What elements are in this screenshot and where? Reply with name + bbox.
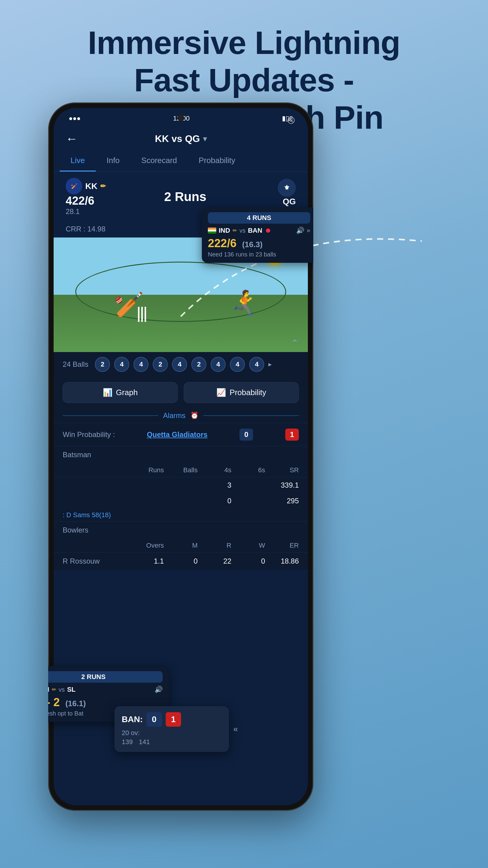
col-r: R: [198, 541, 231, 550]
balls-label: 24 Balls: [63, 360, 88, 369]
graph-button[interactable]: 📊 Graph: [63, 382, 178, 403]
phone-device: ⎋ ●●● 12:00 ▮▯▯ ← KK vs QG ▾ Live Info: [48, 102, 313, 811]
ball-9: 4: [249, 357, 264, 372]
team-left: 🏏 KK ✏ 422/6 28.1: [66, 178, 106, 216]
team-qg-logo: ⚜: [278, 179, 296, 197]
bowlers-header: Bowlers: [54, 521, 308, 538]
match-title: KK vs QG: [155, 133, 200, 144]
bowler1-er: 18.86: [265, 557, 299, 565]
win-prob-score-1: 1: [285, 429, 299, 441]
india-flag: [208, 227, 216, 234]
ban-score-1: 1: [166, 712, 181, 727]
col-batsman-name: [63, 466, 130, 474]
probability-icon: 📈: [216, 388, 226, 397]
ball-7: 4: [210, 357, 226, 372]
tab-probability[interactable]: Probability: [188, 150, 246, 172]
bowler1-m: 0: [164, 557, 198, 565]
action-buttons: 📊 Graph 📈 Probability: [54, 377, 308, 408]
graph-icon: 📊: [103, 388, 112, 397]
ball-6: 2: [191, 357, 206, 372]
bowler1-r: 22: [198, 557, 231, 565]
bowler1-overs: 1.1: [130, 557, 164, 565]
ban-flag: [265, 227, 273, 234]
alarms-text: Alarms: [163, 411, 186, 420]
col-6s: 6s: [231, 466, 265, 474]
ban-label: BAN:: [122, 715, 143, 724]
speaker-icon-2[interactable]: 🔊: [155, 686, 163, 693]
popup-overs: (16.3): [242, 240, 263, 249]
col-bowler-name: [63, 541, 130, 550]
batsman-section-header: Batsman: [54, 446, 308, 463]
col-runs: Runs: [130, 466, 164, 474]
bowler-figure: 🏃: [230, 289, 260, 317]
ban-overs: 20 ov:: [122, 729, 222, 737]
alarms-line-right: [203, 415, 299, 416]
headline-line2: Fast Updates -: [36, 61, 452, 99]
ball-5: 4: [172, 357, 187, 372]
team-kk-overs: 28.1: [66, 207, 80, 216]
ban-score-overlay: BAN: 0 1 20 ov: 139 141 «: [115, 706, 229, 752]
ball-2: 4: [114, 357, 129, 372]
popup-2runs-badge: 2 RUNS: [48, 671, 163, 683]
win-prob-row: Win Probability : Quetta Gladiators 0 1: [54, 423, 308, 446]
alarms-bar: Alarms ⏰: [54, 408, 308, 423]
batsman-table-header: Runs Balls 4s 6s SR: [54, 463, 308, 477]
back-button[interactable]: ←: [66, 132, 78, 146]
runs-display: 2 Runs: [164, 190, 206, 204]
popup2-edit-icon: ✏: [52, 686, 56, 693]
batsman-row-1: 3 339.1: [54, 477, 308, 493]
ball-8: 4: [230, 357, 245, 372]
tab-live[interactable]: Live: [60, 150, 96, 172]
popup-team2: BAN: [248, 227, 262, 235]
team-kk-logo: 🏏: [66, 178, 82, 194]
dropdown-icon[interactable]: ▾: [203, 135, 207, 143]
alarm-clock-icon: ⏰: [190, 412, 198, 420]
chevron-up-icon[interactable]: ⌃: [291, 338, 299, 349]
match-header: ← KK vs QG ▾: [54, 129, 308, 150]
wickets-stumps: [138, 307, 146, 322]
tab-info[interactable]: Info: [96, 150, 130, 172]
col-m: M: [164, 541, 198, 550]
col-balls: Balls: [164, 466, 198, 474]
ban-score-0: 0: [147, 712, 162, 727]
tab-scorecard[interactable]: Scorecard: [130, 150, 188, 172]
camera-notch: [177, 115, 184, 121]
bat2-sr: 295: [265, 497, 299, 505]
ball-3: 4: [133, 357, 149, 372]
edit-icon: ✏: [100, 182, 106, 190]
bowlers-table-header: Overs M R W ER: [54, 538, 308, 553]
chevrons-left-icon[interactable]: «: [233, 724, 238, 734]
ban-score-141: 141: [139, 738, 150, 746]
balls-row: 24 Balls 2 4 4 2 4 2 4 4 4 ▸: [54, 352, 308, 377]
popup-vs: vs: [239, 227, 246, 234]
nav-tabs: Live Info Scorecard Probability: [54, 150, 308, 172]
speaker-icon[interactable]: 🔊: [296, 227, 304, 235]
more-indicator: ▸: [268, 361, 272, 368]
bowlers-section: Bowlers Overs M R W ER R Rossouw 1.1 0 2…: [54, 521, 308, 569]
popup-team1: IND: [219, 227, 230, 235]
bat2-4s: 0: [198, 497, 231, 505]
popup2-team1: BAN: [48, 686, 50, 693]
popup-4runs: 4 RUNS IND ✏ vs BAN 🔊 » 222/6 (16.3) Nee…: [202, 207, 313, 263]
popup2-vs: vs: [59, 686, 65, 693]
popup2-score: 295 - 2: [48, 696, 60, 709]
alarms-line-left: [63, 415, 158, 416]
col-4s: 4s: [198, 466, 231, 474]
team-kk-name: KK: [85, 181, 97, 191]
share-icon[interactable]: ⎋: [288, 113, 295, 126]
col-overs: Overs: [130, 541, 164, 550]
bowler1-name: R Rossouw: [63, 557, 130, 565]
popup-edit-icon: ✏: [233, 227, 237, 234]
popup-chevrons-right[interactable]: »: [307, 227, 310, 235]
popup-need-text: Need 136 runs in 23 balls: [208, 251, 310, 258]
graph-label: Graph: [116, 388, 138, 397]
team-qg-name: QG: [283, 197, 296, 207]
popup2-team2: SL: [67, 686, 76, 693]
crr-text: CRR : 14.98: [66, 225, 105, 233]
batsman-note: : D Sams 58(18): [54, 509, 308, 521]
popup-score: 222/6: [208, 237, 236, 250]
probability-button[interactable]: 📈 Probability: [184, 382, 299, 403]
ban-score-139: 139: [122, 738, 133, 746]
team-kk-score: 422/6: [66, 194, 94, 207]
win-prob-team[interactable]: Quetta Gladiators: [147, 430, 207, 439]
